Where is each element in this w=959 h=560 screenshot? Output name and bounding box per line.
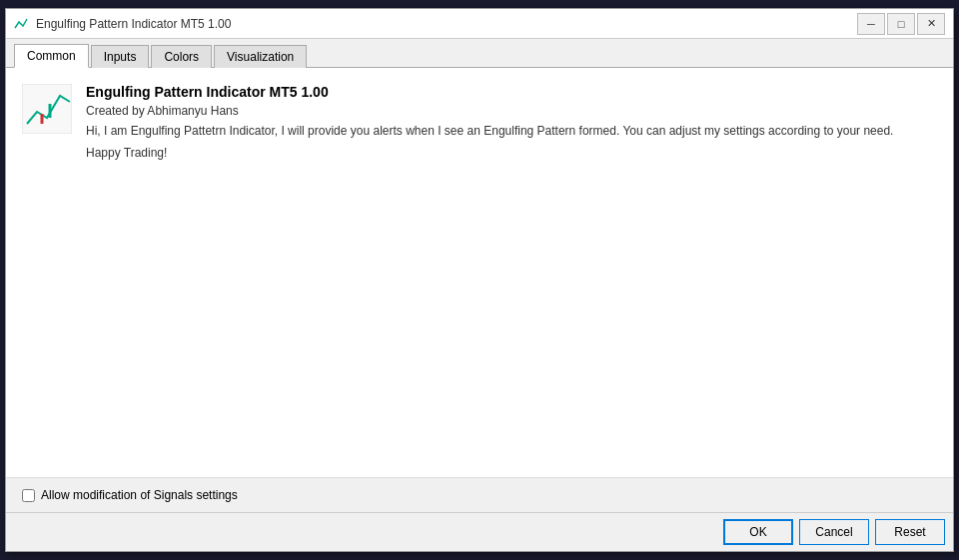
tab-bar: Common Inputs Colors Visualization [6,39,953,68]
maximize-button[interactable]: □ [887,13,915,35]
indicator-description: Hi, I am Engulfing Pattetrn Indicator, I… [86,122,893,166]
title-bar: Engulfing Pattern Indicator MT5 1.00 ─ □… [6,9,953,39]
indicator-logo [22,84,72,134]
indicator-header: Engulfing Pattern Indicator MT5 1.00 Cre… [22,84,937,166]
signals-checkbox-label: Allow modification of Signals settings [41,488,238,502]
desc-line-1: Hi, I am Engulfing Pattetrn Indicator, I… [86,122,893,140]
close-button[interactable]: ✕ [917,13,945,35]
content-spacer [22,178,937,461]
bottom-section: Allow modification of Signals settings [6,477,953,512]
title-bar-content: Engulfing Pattern Indicator MT5 1.00 [14,16,231,32]
button-row: OK Cancel Reset [6,512,953,551]
cancel-button[interactable]: Cancel [799,519,869,545]
tab-common[interactable]: Common [14,44,89,68]
svg-rect-0 [22,84,72,134]
signals-checkbox[interactable] [22,489,35,502]
window-controls: ─ □ ✕ [857,13,945,35]
dialog-window: Engulfing Pattern Indicator MT5 1.00 ─ □… [5,8,954,552]
tab-visualization[interactable]: Visualization [214,45,307,68]
signals-checkbox-row: Allow modification of Signals settings [22,488,937,502]
title-bar-text: Engulfing Pattern Indicator MT5 1.00 [36,17,231,31]
tab-colors[interactable]: Colors [151,45,212,68]
minimize-button[interactable]: ─ [857,13,885,35]
ok-button[interactable]: OK [723,519,793,545]
indicator-title: Engulfing Pattern Indicator MT5 1.00 [86,84,893,100]
indicator-info: Engulfing Pattern Indicator MT5 1.00 Cre… [86,84,893,166]
main-content: Engulfing Pattern Indicator MT5 1.00 Cre… [6,68,953,477]
desc-line-2: Happy Trading! [86,144,893,162]
reset-button[interactable]: Reset [875,519,945,545]
indicator-author: Created by Abhimanyu Hans [86,104,893,118]
tab-inputs[interactable]: Inputs [91,45,150,68]
app-icon [14,16,30,32]
